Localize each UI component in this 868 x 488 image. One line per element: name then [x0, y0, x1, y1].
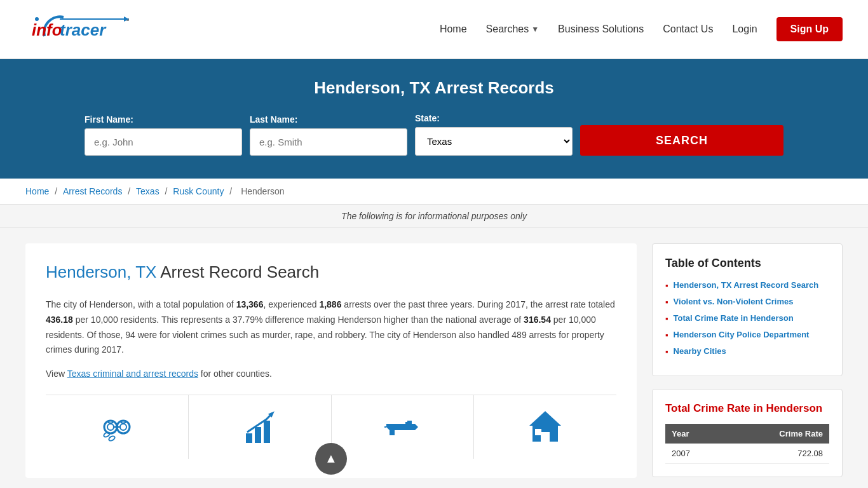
- svg-rect-14: [246, 433, 252, 443]
- toc-link-1[interactable]: Henderson, TX Arrest Record Search: [674, 280, 819, 290]
- icons-section: ▲: [46, 395, 616, 459]
- breadcrumb-henderson: Henderson: [241, 186, 285, 196]
- logo-svg: info tracer ™: [25, 8, 140, 49]
- page-title-link[interactable]: Henderson, TX: [46, 262, 160, 281]
- toc-title: Table of Contents: [665, 257, 829, 270]
- first-name-group: First Name:: [85, 114, 242, 156]
- main-content: Henderson, TX Arrest Record Search The c…: [0, 228, 868, 488]
- breadcrumb-sep4: /: [229, 186, 234, 196]
- svg-rect-22: [541, 432, 550, 442]
- svg-text:info: info: [32, 20, 62, 39]
- col-crime-rate: Crime Rate: [724, 424, 829, 444]
- breadcrumb-home[interactable]: Home: [25, 186, 49, 196]
- hero-section: Henderson, TX Arrest Records First Name:…: [0, 59, 868, 179]
- svg-point-5: [35, 17, 39, 21]
- logo: info tracer ™: [25, 8, 140, 51]
- first-name-label: First Name:: [85, 114, 242, 125]
- login-button[interactable]: Login: [732, 24, 757, 35]
- description-paragraph: The city of Henderson, with a total popu…: [46, 297, 616, 358]
- arrest-count: 1,886: [319, 299, 341, 309]
- state-label: State:: [415, 113, 573, 123]
- rate-2007: 722.08: [724, 444, 829, 464]
- svg-text:tracer: tracer: [60, 20, 107, 39]
- violent-crime-icon: [383, 408, 421, 446]
- icon-cell-house: [474, 395, 616, 459]
- last-name-input[interactable]: [250, 128, 407, 156]
- crime-rate-title: Total Crime Rate in Henderson: [665, 402, 829, 415]
- hero-title: Henderson, TX Arrest Records: [25, 78, 843, 98]
- toc-item-4: Henderson City Police Department: [665, 330, 829, 340]
- state-select[interactable]: Texas: [415, 127, 573, 156]
- toc-item-1: Henderson, TX Arrest Record Search: [665, 280, 829, 290]
- nav-home[interactable]: Home: [440, 24, 467, 35]
- icon-cell-handcuffs: [46, 395, 189, 459]
- breadcrumb: Home / Arrest Records / Texas / Rusk Cou…: [0, 179, 868, 205]
- first-name-input[interactable]: [85, 128, 242, 156]
- sidebar: Table of Contents Henderson, TX Arrest R…: [652, 243, 843, 478]
- info-banner: The following is for informational purpo…: [0, 205, 868, 228]
- state-group: State: Texas: [415, 113, 573, 156]
- signup-button[interactable]: Sign Up: [776, 17, 843, 41]
- population: 13,366: [236, 299, 264, 309]
- handcuffs-icon: [98, 408, 136, 446]
- scroll-top-button[interactable]: ▲: [315, 443, 347, 475]
- year-2007: 2007: [665, 444, 724, 464]
- table-header-row: Year Crime Rate: [665, 424, 829, 444]
- svg-point-13: [108, 435, 116, 442]
- toc-link-2[interactable]: Violent vs. Non-Violent Crimes: [674, 297, 794, 306]
- search-button[interactable]: SEARCH: [580, 125, 783, 156]
- texas-records-link[interactable]: Texas criminal and arrest records: [67, 369, 198, 379]
- breadcrumb-arrest-records[interactable]: Arrest Records: [63, 186, 122, 196]
- toc-list: Henderson, TX Arrest Record Search Viole…: [665, 280, 829, 356]
- svg-rect-15: [255, 427, 261, 443]
- table-row: 2007 722.08: [665, 444, 829, 464]
- svg-point-10: [120, 424, 126, 430]
- content-area: Henderson, TX Arrest Record Search The c…: [25, 243, 637, 478]
- icon-cell-chart: [189, 395, 332, 459]
- breadcrumb-sep2: /: [128, 186, 133, 196]
- crime-rate-table: Year Crime Rate 2007 722.08: [665, 424, 829, 464]
- toc-item-5: Nearby Cities: [665, 346, 829, 356]
- svg-point-12: [103, 431, 111, 438]
- svg-point-9: [107, 424, 114, 430]
- toc-item-2: Violent vs. Non-Violent Crimes: [665, 297, 829, 307]
- arrest-rate: 436.18: [46, 315, 73, 325]
- crime-rate-box: Total Crime Rate in Henderson Year Crime…: [652, 389, 843, 477]
- page-title: Henderson, TX Arrest Record Search: [46, 262, 616, 282]
- texas-link-paragraph: View Texas criminal and arrest records f…: [46, 367, 616, 382]
- toc-link-5[interactable]: Nearby Cities: [674, 346, 726, 356]
- svg-rect-18: [390, 430, 395, 435]
- svg-rect-23: [535, 429, 541, 435]
- nav-contact-us[interactable]: Contact Us: [663, 24, 713, 35]
- nav-searches[interactable]: Searches ▼: [486, 24, 539, 35]
- breadcrumb-rusk-county[interactable]: Rusk County: [173, 186, 224, 196]
- last-name-label: Last Name:: [250, 114, 407, 125]
- toc-link-4[interactable]: Henderson City Police Department: [674, 330, 810, 339]
- chevron-down-icon: ▼: [531, 25, 539, 34]
- svg-marker-20: [529, 411, 561, 426]
- search-form: First Name: Last Name: State: Texas SEAR…: [85, 113, 783, 156]
- toc-box: Table of Contents Henderson, TX Arrest R…: [652, 243, 843, 376]
- toc-link-3[interactable]: Total Crime Rate in Henderson: [674, 313, 794, 323]
- last-name-group: Last Name:: [250, 114, 407, 156]
- breadcrumb-sep3: /: [165, 186, 170, 196]
- col-year: Year: [665, 424, 724, 444]
- breadcrumb-texas[interactable]: Texas: [136, 186, 159, 196]
- svg-rect-16: [264, 421, 270, 443]
- national-average: 316.54: [524, 315, 551, 325]
- navigation: Home Searches ▼ Business Solutions Conta…: [440, 17, 843, 41]
- header: info tracer ™ Home Searches ▼ Business S…: [0, 0, 868, 59]
- crime-rate-icon: [241, 408, 279, 446]
- toc-item-3: Total Crime Rate in Henderson: [665, 313, 829, 323]
- icon-cell-gun: [332, 395, 475, 459]
- property-crime-icon: [526, 408, 564, 446]
- breadcrumb-sep1: /: [55, 186, 60, 196]
- nav-business-solutions[interactable]: Business Solutions: [558, 24, 644, 35]
